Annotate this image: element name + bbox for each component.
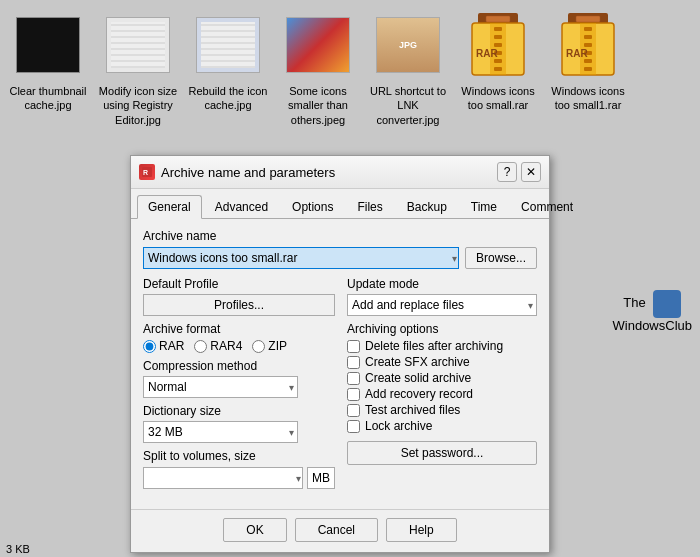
svg-text:R: R	[143, 169, 148, 176]
split-row: ▾ B KB MB GB	[143, 467, 335, 489]
format-rar-text: RAR	[159, 339, 184, 353]
svg-text:RAR: RAR	[566, 48, 588, 59]
default-profile-label: Default Profile	[143, 277, 335, 291]
file-icon-some-icons	[283, 10, 353, 80]
update-mode-select[interactable]: Add and replace files Add and update fil…	[347, 294, 537, 316]
split-volumes-section: Split to volumes, size ▾ B KB MB GB	[143, 449, 335, 489]
update-mode-select-wrap: Add and replace files Add and update fil…	[347, 294, 537, 316]
right-column: Update mode Add and replace files Add an…	[347, 277, 537, 495]
option-create-solid-label: Create solid archive	[365, 371, 471, 385]
dialog-close-btn[interactable]: ✕	[521, 162, 541, 182]
svg-rect-15	[584, 27, 592, 31]
tab-backup[interactable]: Backup	[396, 195, 458, 218]
dialog-title-left: R Archive name and parameters	[139, 164, 335, 180]
format-rar4-radio[interactable]	[194, 340, 207, 353]
split-input[interactable]	[143, 467, 303, 489]
update-mode-label: Update mode	[347, 277, 537, 291]
option-delete-files[interactable]: Delete files after archiving	[347, 339, 537, 353]
format-zip-label[interactable]: ZIP	[252, 339, 287, 353]
file-label-clear-thumbnail: Clear thumbnail cache.jpg	[8, 84, 88, 113]
option-test-archived-checkbox[interactable]	[347, 404, 360, 417]
update-mode-section: Update mode Add and replace files Add an…	[347, 277, 537, 316]
option-add-recovery[interactable]: Add recovery record	[347, 387, 537, 401]
branding: The WindowsClub	[613, 290, 692, 333]
format-rar4-label[interactable]: RAR4	[194, 339, 242, 353]
archiving-options-section: Archiving options Delete files after arc…	[347, 322, 537, 433]
split-unit-select[interactable]: B KB MB GB	[307, 467, 335, 489]
svg-rect-1	[486, 16, 510, 22]
archiving-options-list: Delete files after archiving Create SFX …	[347, 339, 537, 433]
file-item-rebuild-icon[interactable]: Rebuild the icon cache.jpg	[188, 10, 268, 113]
set-password-button[interactable]: Set password...	[347, 441, 537, 465]
split-volumes-label: Split to volumes, size	[143, 449, 335, 463]
option-lock-archive-checkbox[interactable]	[347, 420, 360, 433]
profiles-button[interactable]: Profiles...	[143, 294, 335, 316]
tab-files[interactable]: Files	[346, 195, 393, 218]
tab-comment[interactable]: Comment	[510, 195, 584, 218]
format-row: RAR RAR4 ZIP	[143, 339, 335, 353]
svg-rect-8	[494, 59, 502, 63]
file-label-windows-rar2: Windows icons too small1.rar	[548, 84, 628, 113]
left-column: Default Profile Profiles... Archive form…	[143, 277, 335, 495]
file-icon-windows-rar: RAR	[463, 10, 533, 80]
tab-general[interactable]: General	[137, 195, 202, 219]
branding-line2: WindowsClub	[613, 318, 692, 333]
option-create-sfx-checkbox[interactable]	[347, 356, 360, 369]
cancel-button[interactable]: Cancel	[295, 518, 378, 542]
format-rar-label[interactable]: RAR	[143, 339, 184, 353]
dialog-titlebar: R Archive name and parameters ? ✕	[131, 156, 549, 189]
dialog-title-text: Archive name and parameters	[161, 165, 335, 180]
tab-advanced[interactable]: Advanced	[204, 195, 279, 218]
help-button[interactable]: Help	[386, 518, 457, 542]
format-rar4-text: RAR4	[210, 339, 242, 353]
tab-time[interactable]: Time	[460, 195, 508, 218]
dictionary-size-select-wrap: 128 KB 256 KB 512 KB 1 MB 2 MB 4 MB 8 MB…	[143, 421, 298, 443]
format-rar-radio[interactable]	[143, 340, 156, 353]
set-password-section: Set password...	[347, 441, 537, 465]
compression-method-select-wrap: Store Fastest Fast Normal Good Best ▾	[143, 376, 298, 398]
file-item-modify-icon[interactable]: Modify icon size using Registry Editor.j…	[98, 10, 178, 127]
option-create-solid[interactable]: Create solid archive	[347, 371, 537, 385]
file-label-some-icons: Some icons smaller than others.jpeg	[278, 84, 358, 127]
dictionary-size-label: Dictionary size	[143, 404, 335, 418]
archive-dialog: R Archive name and parameters ? ✕ Genera…	[130, 155, 550, 553]
tab-options[interactable]: Options	[281, 195, 344, 218]
svg-rect-16	[584, 35, 592, 39]
option-delete-files-checkbox[interactable]	[347, 340, 360, 353]
archiving-options-label: Archiving options	[347, 322, 537, 336]
dictionary-size-section: Dictionary size 128 KB 256 KB 512 KB 1 M…	[143, 404, 335, 443]
option-delete-files-label: Delete files after archiving	[365, 339, 503, 353]
ok-button[interactable]: OK	[223, 518, 286, 542]
dialog-help-btn[interactable]: ?	[497, 162, 517, 182]
file-icon-clear-thumbnail	[13, 10, 83, 80]
option-create-solid-checkbox[interactable]	[347, 372, 360, 385]
format-zip-radio[interactable]	[252, 340, 265, 353]
option-lock-archive[interactable]: Lock archive	[347, 419, 537, 433]
svg-rect-12	[576, 16, 600, 22]
file-item-windows-rar[interactable]: RAR Windows icons too small.rar	[458, 10, 538, 113]
branding-line1: The	[623, 295, 645, 310]
archive-name-input-wrap: ▾	[143, 247, 459, 269]
two-col-section: Default Profile Profiles... Archive form…	[143, 277, 537, 495]
option-add-recovery-checkbox[interactable]	[347, 388, 360, 401]
svg-rect-20	[584, 67, 592, 71]
dictionary-size-select[interactable]: 128 KB 256 KB 512 KB 1 MB 2 MB 4 MB 8 MB…	[143, 421, 298, 443]
option-create-sfx[interactable]: Create SFX archive	[347, 355, 537, 369]
file-icon-windows-rar2: RAR	[553, 10, 623, 80]
compression-method-label: Compression method	[143, 359, 335, 373]
file-icon-modify	[103, 10, 173, 80]
svg-rect-4	[494, 27, 502, 31]
browse-button[interactable]: Browse...	[465, 247, 537, 269]
archive-name-section: Archive name ▾ Browse...	[143, 229, 537, 269]
compression-method-select[interactable]: Store Fastest Fast Normal Good Best	[143, 376, 298, 398]
status-bar: 3 KB	[0, 541, 100, 557]
file-browser: Clear thumbnail cache.jpg Modify icon si…	[0, 0, 700, 135]
archive-name-input[interactable]	[143, 247, 459, 269]
file-item-some-icons[interactable]: Some icons smaller than others.jpeg	[278, 10, 358, 127]
file-item-url-shortcut[interactable]: JPG URL shortcut to LNK converter.jpg	[368, 10, 448, 127]
file-item-clear-thumbnail[interactable]: Clear thumbnail cache.jpg	[8, 10, 88, 113]
option-test-archived[interactable]: Test archived files	[347, 403, 537, 417]
archive-format-label: Archive format	[143, 322, 335, 336]
file-icon-url-shortcut: JPG	[373, 10, 443, 80]
file-item-windows-rar2[interactable]: RAR Windows icons too small1.rar	[548, 10, 628, 113]
